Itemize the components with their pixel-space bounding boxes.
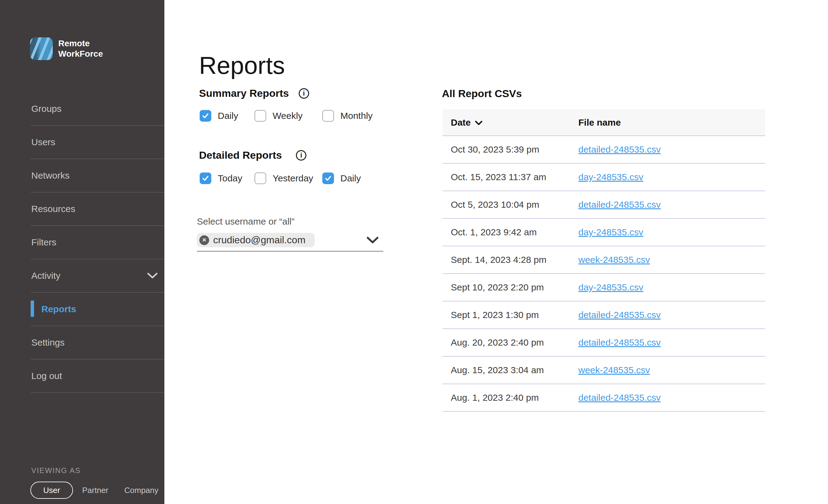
checkbox-label: Daily [340,173,361,184]
sidebar-item-label: Users [31,137,55,147]
table-row: Aug. 1, 2023 2:40 pmdetailed-248535.csv [443,384,765,412]
report-file-link[interactable]: detailed-248535.csv [578,199,661,210]
checkbox-unchecked[interactable] [254,110,266,122]
sidebar-item-label: Networks [31,170,70,181]
report-date: Oct 30, 2023 5:39 pm [451,144,578,155]
table-row: Oct. 15, 2023 11:37 amday-248535.csv [443,164,765,191]
checkbox-item-monthly: Monthly [322,110,373,122]
report-date: Aug. 20, 2023 2:40 pm [451,337,578,348]
sidebar-item-label: Filters [31,237,56,247]
brand-name: Remote WorkForce [58,38,103,59]
summary-reports-heading: Summary Reports i [199,87,309,99]
selected-username: crudiedo@gmail.com [213,234,305,246]
username-select-label: Select username or “all” [197,216,294,227]
checkbox-label: Yesterday [273,173,313,184]
viewing-as-user-button[interactable]: User [30,482,73,499]
report-csv-table: Date File name Oct 30, 2023 5:39 pmdetai… [443,109,765,412]
sidebar: Remote WorkForce GroupsUsersNetworksReso… [0,0,164,504]
report-date: Sept. 14, 2023 4:28 pm [451,255,578,265]
sidebar-item-activity[interactable]: Activity [31,259,164,292]
info-icon[interactable]: i [296,150,306,161]
report-date: Sept 10, 2023 2:20 pm [451,282,578,292]
checkbox-label: Weekly [273,110,303,121]
sidebar-item-label: Resources [31,204,75,214]
info-icon[interactable]: i [299,88,309,99]
viewing-as-options: User Partner Company [31,482,160,499]
checkbox-checked[interactable] [200,173,211,184]
detailed-checkbox-row: TodayYesterdayDaily [200,173,361,184]
table-row: Sept. 14, 2023 4:28 pmweek-248535.csv [443,246,765,274]
checkbox-item-weekly: Weekly [254,110,322,122]
checkmark-icon [202,174,209,182]
report-date: Aug. 1, 2023 2:40 pm [451,393,578,403]
checkbox-item-yesterday: Yesterday [254,173,322,184]
sidebar-item-resources[interactable]: Resources [31,192,164,226]
sidebar-item-users[interactable]: Users [31,126,164,159]
checkbox-label: Today [218,173,242,184]
detailed-reports-title: Detailed Reports [199,149,282,161]
report-file-link[interactable]: day-248535.csv [578,282,644,292]
table-body: Oct 30, 2023 5:39 pmdetailed-248535.csvO… [443,136,765,412]
report-file-link[interactable]: detailed-248535.csv [578,144,661,155]
checkmark-icon [202,112,209,120]
page-title: Reports [199,53,285,78]
sidebar-item-reports[interactable]: Reports [31,292,164,326]
viewing-as-section: VIEWING AS User Partner Company [31,466,160,499]
sidebar-nav: GroupsUsersNetworksResourcesFiltersActiv… [0,92,164,393]
report-date: Aug. 15, 2023 3:04 am [451,365,578,375]
table-row: Oct. 1, 2023 9:42 amday-248535.csv [443,219,765,246]
username-selected-chip[interactable]: ✕ crudiedo@gmail.com [197,233,315,247]
remove-selection-icon[interactable]: ✕ [199,235,209,245]
file-name-column-header: File name [578,117,621,128]
checkbox-unchecked[interactable] [322,110,334,122]
summary-reports-title: Summary Reports [199,87,289,99]
sort-chevron-down-icon [475,121,483,125]
checkbox-checked[interactable] [322,173,334,184]
table-row: Sept 10, 2023 2:20 pmday-248535.csv [443,274,765,302]
table-row: Oct 30, 2023 5:39 pmdetailed-248535.csv [443,136,765,164]
checkmark-icon [324,174,332,182]
sidebar-item-label: Groups [31,103,61,114]
viewing-as-label: VIEWING AS [31,466,160,475]
report-file-link[interactable]: day-248535.csv [578,172,644,182]
report-file-link[interactable]: week-248535.csv [578,255,650,265]
date-column-header: Date [451,117,471,128]
report-date: Oct 5, 2023 10:04 pm [451,199,578,210]
chevron-down-icon[interactable] [367,236,379,243]
detailed-reports-heading: Detailed Reports i [199,149,306,161]
sidebar-item-label: Log out [31,371,62,381]
report-file-link[interactable]: detailed-248535.csv [578,337,661,348]
checkbox-unchecked[interactable] [254,173,266,184]
sidebar-item-groups[interactable]: Groups [31,92,164,126]
sidebar-item-settings[interactable]: Settings [31,326,164,359]
checkbox-item-daily: Daily [322,173,361,184]
viewing-as-partner-button[interactable]: Partner [82,486,108,495]
report-file-link[interactable]: week-248535.csv [578,365,650,375]
sidebar-item-filters[interactable]: Filters [31,226,164,259]
summary-checkbox-row: DailyWeeklyMonthly [200,110,373,122]
table-row: Aug. 15, 2023 3:04 amweek-248535.csv [443,357,765,384]
report-date: Oct. 15, 2023 11:37 am [451,172,578,182]
checkbox-label: Monthly [340,110,373,121]
chevron-down-icon [147,273,158,279]
table-row: Aug. 20, 2023 2:40 pmdetailed-248535.csv [443,329,765,357]
all-report-csvs-heading: All Report CSVs [442,88,522,100]
table-row: Oct 5, 2023 10:04 pmdetailed-248535.csv [443,191,765,219]
table-row: Sept 1, 2023 1:30 pmdetailed-248535.csv [443,302,765,329]
checkbox-item-daily: Daily [200,110,254,122]
viewing-as-company-button[interactable]: Company [124,486,158,495]
checkbox-item-today: Today [200,173,254,184]
sidebar-item-networks[interactable]: Networks [31,159,164,192]
date-column-sort-button[interactable]: Date [451,117,483,128]
report-file-link[interactable]: detailed-248535.csv [578,310,661,320]
username-select-underline [197,251,383,251]
checkbox-checked[interactable] [200,110,211,122]
report-file-link[interactable]: detailed-248535.csv [578,393,661,403]
sidebar-item-log-out[interactable]: Log out [31,359,164,393]
table-header-row: Date File name [443,109,765,136]
app-logo-icon [30,37,53,60]
report-date: Oct. 1, 2023 9:42 am [451,227,578,237]
brand-line1: Remote [58,38,103,49]
sidebar-item-label: Settings [31,337,65,348]
report-file-link[interactable]: day-248535.csv [578,227,644,237]
